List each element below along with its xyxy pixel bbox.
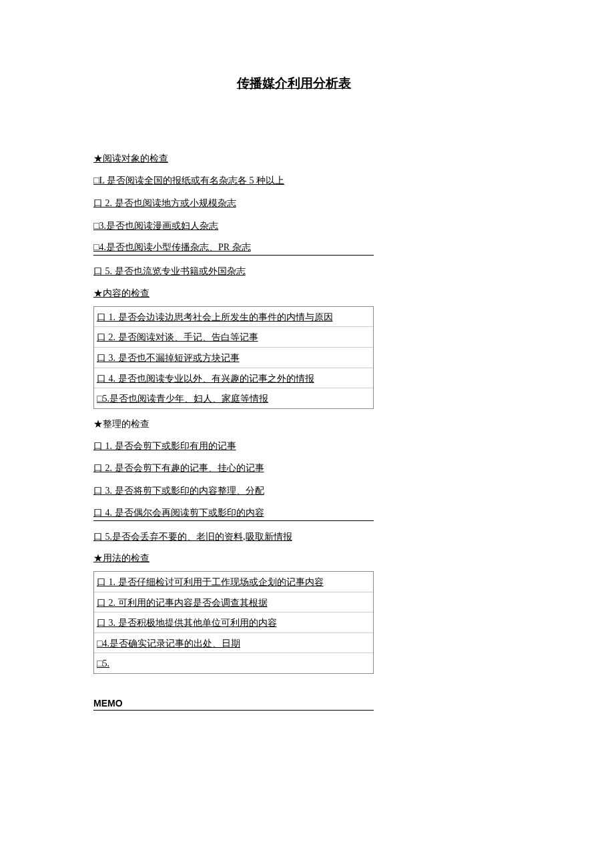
section-content-check: ★内容的检查 口 1. 是否会边读边思考社会上所发生的事件的内情与原因 口 2.…: [93, 285, 521, 409]
checklist-item: 口 3. 是否也不漏掉短评或方块记事: [94, 348, 373, 368]
section-heading-organize: ★整理的检查: [93, 416, 521, 430]
section-usage-check: ★用法的检查 口 1. 是否仔细检讨可利用于工作现场或企划的记事内容 口 2. …: [93, 550, 521, 674]
checklist-item: 口 1. 是否会剪下或影印有用的记事: [93, 437, 521, 453]
section-reading-target: ★阅读对象的检查 □L 是否阅读全国的报纸或有名杂志各 5 种以上 口 2. 是…: [93, 150, 521, 278]
memo-section: MEMO: [93, 698, 521, 711]
checklist-item: 口 2. 是否会剪下有趣的记事、挂心的记事: [93, 459, 521, 475]
checklist-item: 口 1. 是否会边读边思考社会上所发生的事件的内情与原因: [94, 307, 373, 328]
checklist-item: 口 2. 是否阅读对谈、手记、告白等记事: [94, 327, 373, 348]
document-title: 传播媒介利用分析表: [237, 73, 357, 93]
boxed-checklist-group: 口 1. 是否会边读边思考社会上所发生的事件的内情与原因 口 2. 是否阅读对谈…: [93, 306, 374, 409]
checklist-item: □L 是否阅读全国的报纸或有名杂志各 5 种以上: [93, 171, 521, 187]
checklist-item: 口 4. 是否偶尔会再阅读剪下或影印的内容: [93, 504, 374, 521]
checklist-item: 口 1. 是否仔细检讨可利用于工作现场或企划的记事内容: [94, 572, 373, 592]
checklist-item: 口 5. 是否也流览专业书籍或外国杂志: [93, 262, 521, 278]
checklist-item: □4.是否也阅读小型传播杂志、PR 杂志: [93, 239, 374, 256]
boxed-checklist-group: 口 1. 是否仔细检讨可利用于工作现场或企划的记事内容 口 2. 可利用的记事内…: [93, 571, 374, 674]
checklist-item: 口 4. 是否也阅读专业以外、有兴趣的记事之外的情报: [94, 368, 373, 389]
checklist-item: □4.是否确实记录记事的出处、日期: [94, 633, 373, 654]
checklist-item: 口 3. 是否积极地提供其他单位可利用的内容: [94, 612, 373, 633]
section-organize-check: ★整理的检查 口 1. 是否会剪下或影印有用的记事 口 2. 是否会剪下有趣的记…: [93, 416, 521, 543]
checklist-item: □5.: [94, 653, 373, 673]
checklist-item: 口 5.是否会丢弃不要的、老旧的资料,吸取新情报: [93, 528, 521, 544]
checklist-item: 口 2. 可利用的记事内容是否会调查其根据: [94, 592, 373, 613]
section-heading-usage: ★用法的检查: [93, 550, 521, 564]
checklist-item: 口 3. 是否将剪下或影印的内容整理、分配: [93, 482, 521, 498]
checklist-item: 口 2. 是否也阅读地方或小规模杂志: [93, 194, 521, 210]
checklist-item: □3.是否也阅读漫画或妇人杂志: [93, 217, 521, 233]
section-heading-content: ★内容的检查: [93, 285, 521, 300]
memo-label: MEMO: [93, 698, 374, 711]
checklist-item: □5.是否也阅读青少年、妇人、家庭等情报: [94, 388, 373, 408]
section-heading-reading: ★阅读对象的检查: [93, 150, 521, 165]
